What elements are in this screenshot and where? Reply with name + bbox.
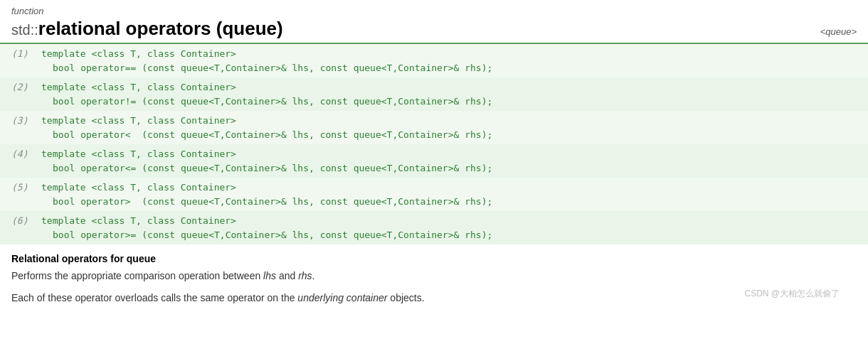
desc-p2-em: underlying container (297, 292, 387, 303)
code-block-4: template <class T, class Container> bool… (36, 144, 868, 178)
watermark: CSDN @大柏怎么就偷了 (744, 288, 840, 300)
line-num-4: (4) (0, 144, 36, 162)
code-entry-3: (3) template <class T, class Container> … (0, 111, 868, 144)
title-text: relational operators (queue) (38, 18, 283, 39)
desc-p1-mid: and (276, 270, 298, 281)
desc-section: Relational operators for queue Performs … (0, 244, 868, 321)
line-num-5: (5) (0, 178, 36, 195)
desc-p1-rhs: rhs (298, 270, 312, 281)
code-line-5-1: template <class T, class Container> (41, 180, 862, 195)
desc-p1-end: . (312, 270, 315, 281)
code-block-5: template <class T, class Container> bool… (36, 178, 868, 211)
code-line-4-1: template <class T, class Container> (41, 147, 862, 161)
line-num-3: (3) (0, 111, 36, 129)
code-block-6: template <class T, class Container> bool… (36, 211, 868, 244)
code-line-5-2: bool operator> (const queue<T,Container>… (41, 195, 862, 209)
desc-paragraph-1: Performs the appropriate comparison oper… (11, 269, 857, 284)
line-num-2: (2) (0, 77, 36, 95)
code-line-1-2: bool operator== (const queue<T,Container… (41, 61, 862, 75)
page-title: std::relational operators (queue) (11, 18, 283, 40)
desc-title: Relational operators for queue (11, 253, 857, 264)
desc-p1-start: Performs the appropriate comparison oper… (11, 270, 263, 281)
line-num-1: (1) (0, 44, 36, 62)
desc-p2-start: Each of these operator overloads calls t… (11, 292, 297, 303)
code-line-3-1: template <class T, class Container> (41, 114, 862, 128)
code-line-2-2: bool operator!= (const queue<T,Container… (41, 95, 862, 109)
code-line-6-1: template <class T, class Container> (41, 214, 862, 228)
code-entry-5: (5) template <class T, class Container> … (0, 178, 868, 211)
code-table: (1) template <class T, class Container> … (0, 44, 868, 244)
code-block-2: template <class T, class Container> bool… (36, 77, 868, 111)
code-block-1: template <class T, class Container> bool… (36, 44, 868, 77)
desc-p1-lhs: lhs (263, 270, 276, 281)
code-entry-6: (6) template <class T, class Container> … (0, 211, 868, 244)
line-num-6: (6) (0, 211, 36, 229)
title-row: std::relational operators (queue) <queue… (11, 18, 857, 40)
queue-tag: <queue> (820, 26, 857, 37)
code-entry-1: (1) template <class T, class Container> … (0, 44, 868, 77)
code-line-3-2: bool operator< (const queue<T,Container>… (41, 128, 862, 142)
page-container: function std::relational operators (queu… (0, 0, 868, 321)
code-entry-2: (2) template <class T, class Container> … (0, 77, 868, 111)
code-block-3: template <class T, class Container> bool… (36, 111, 868, 144)
code-line-1-1: template <class T, class Container> (41, 47, 862, 61)
desc-paragraph-2: Each of these operator overloads calls t… (11, 291, 857, 306)
header-section: function std::relational operators (queu… (0, 0, 868, 44)
code-line-4-2: bool operator<= (const queue<T,Container… (41, 161, 862, 176)
code-line-6-2: bool operator>= (const queue<T,Container… (41, 228, 862, 242)
namespace-prefix: std:: (11, 22, 38, 38)
code-line-2-1: template <class T, class Container> (41, 80, 862, 95)
code-entry-4: (4) template <class T, class Container> … (0, 144, 868, 178)
desc-p2-end: objects. (387, 292, 424, 303)
function-label: function (11, 6, 857, 16)
